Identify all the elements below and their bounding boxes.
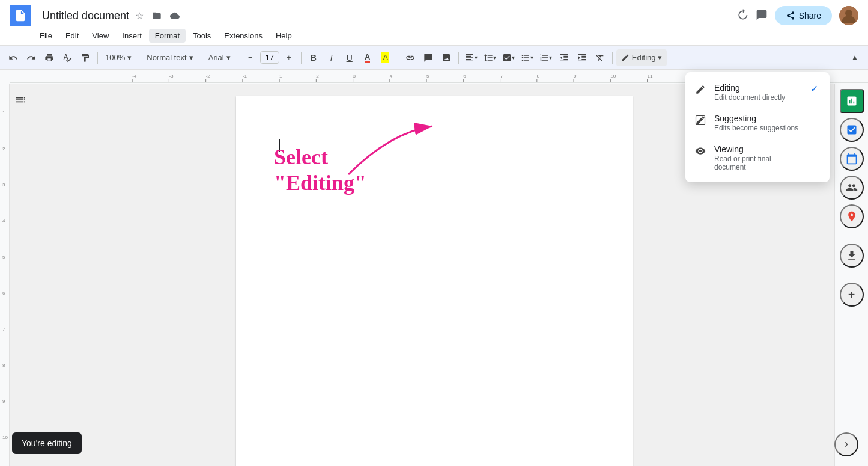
maps-icon[interactable] xyxy=(840,204,864,228)
menu-tools[interactable]: Tools xyxy=(187,29,217,43)
suggesting-mode-subtitle: Edits become suggestions xyxy=(714,124,801,132)
doc-icon xyxy=(10,5,31,26)
share-button[interactable]: Share xyxy=(775,6,832,25)
document-page[interactable] xyxy=(236,96,633,466)
spell-check-button[interactable] xyxy=(59,49,76,66)
editing-mode-icon xyxy=(695,84,707,96)
toolbar-collapse-button[interactable]: ▲ xyxy=(846,49,863,66)
menu-view[interactable]: View xyxy=(86,29,115,43)
history-icon[interactable] xyxy=(736,9,748,23)
line-spacing-button[interactable]: ▾ xyxy=(481,49,499,66)
separator-8 xyxy=(612,52,613,64)
svg-text:5: 5 xyxy=(2,254,5,260)
indent-increase-button[interactable] xyxy=(574,49,590,66)
comment-icon[interactable] xyxy=(756,9,768,23)
svg-rect-34 xyxy=(0,84,10,445)
paint-format-button[interactable] xyxy=(77,49,94,66)
mode-item-suggesting[interactable]: Suggesting Edits become suggestions ✓ xyxy=(685,108,830,138)
align-button[interactable]: ▾ xyxy=(463,49,480,66)
import-icon[interactable] xyxy=(840,244,864,268)
print-button[interactable] xyxy=(41,49,58,66)
menu-insert[interactable]: Insert xyxy=(116,29,148,43)
menu-extensions[interactable]: Extensions xyxy=(218,29,269,43)
status-bar: You're editing xyxy=(12,432,82,454)
zoom-dropdown[interactable]: 100% ▾ xyxy=(102,49,135,66)
right-sidebar-bottom xyxy=(834,432,858,456)
editing-mode-content: Editing Edit document directly xyxy=(714,83,801,102)
outline-button[interactable] xyxy=(14,94,26,108)
svg-text:4: 4 xyxy=(390,73,393,79)
cloud-icon[interactable] xyxy=(168,8,182,23)
share-label: Share xyxy=(799,11,821,20)
italic-button[interactable]: I xyxy=(323,49,340,66)
bullet-list-button[interactable]: ▾ xyxy=(518,49,536,66)
vertical-ruler: 1 2 3 4 5 6 7 8 9 10 xyxy=(0,84,10,466)
svg-text:5: 5 xyxy=(426,73,429,79)
outline-panel xyxy=(10,84,34,466)
svg-text:3: 3 xyxy=(353,73,356,79)
font-size-decrease[interactable]: − xyxy=(242,49,259,66)
suggesting-mode-icon xyxy=(695,115,707,127)
link-button[interactable] xyxy=(402,49,419,66)
numbered-list-button[interactable]: ▾ xyxy=(537,49,554,66)
editing-mode-subtitle: Edit document directly xyxy=(714,93,801,102)
svg-text:2: 2 xyxy=(2,146,5,152)
editing-mode-button[interactable]: Editing ▾ xyxy=(616,49,667,66)
svg-text:-4: -4 xyxy=(132,73,137,79)
separator-7 xyxy=(458,52,459,64)
status-text: You're editing xyxy=(22,438,72,448)
underline-button[interactable]: U xyxy=(341,49,358,66)
redo-button[interactable] xyxy=(23,49,40,66)
clear-format-button[interactable] xyxy=(592,49,609,66)
folder-icon[interactable] xyxy=(150,8,164,23)
tasks-icon[interactable] xyxy=(840,118,864,142)
right-sidebar: + xyxy=(834,84,868,466)
bold-button[interactable]: B xyxy=(305,49,322,66)
svg-text:-2: -2 xyxy=(206,73,211,79)
font-dropdown[interactable]: Arial ▾ xyxy=(205,49,234,66)
toolbar-right: ▲ xyxy=(846,49,863,66)
svg-text:6: 6 xyxy=(463,73,466,79)
sheets-icon[interactable] xyxy=(840,89,864,113)
svg-text:10: 10 xyxy=(2,435,8,440)
svg-text:8: 8 xyxy=(537,73,540,79)
right-sidebar-separator-2 xyxy=(842,275,861,275)
comment-add-button[interactable] xyxy=(420,49,437,66)
text-color-button[interactable]: A xyxy=(359,49,376,66)
svg-text:-1: -1 xyxy=(243,73,247,79)
right-sidebar-separator xyxy=(842,236,861,236)
svg-text:8: 8 xyxy=(2,363,5,368)
font-size-display[interactable]: 17 xyxy=(260,51,279,64)
avatar xyxy=(839,6,858,25)
svg-text:6: 6 xyxy=(2,290,5,296)
separator-4 xyxy=(238,52,238,64)
checklist-button[interactable]: ▾ xyxy=(500,49,517,66)
indent-decrease-button[interactable] xyxy=(556,49,572,66)
font-size-increase[interactable]: + xyxy=(281,49,297,66)
image-button[interactable] xyxy=(438,49,455,66)
svg-text:3: 3 xyxy=(2,182,5,188)
highlight-button[interactable]: A xyxy=(377,49,394,66)
separator-2 xyxy=(139,52,139,64)
doc-title[interactable]: Untitled document xyxy=(42,10,129,22)
paragraph-style-dropdown[interactable]: Normal text ▾ xyxy=(143,49,196,66)
menu-edit[interactable]: Edit xyxy=(59,29,85,43)
add-icon[interactable]: + xyxy=(840,283,864,307)
calendar-icon[interactable] xyxy=(840,147,864,171)
main-area: 1 2 3 4 5 6 7 8 9 10 Select xyxy=(0,84,868,466)
mode-item-viewing[interactable]: Viewing Read or print final document ✓ xyxy=(685,138,830,177)
toolbar: 100% ▾ Normal text ▾ Arial ▾ − 17 + B I … xyxy=(0,46,868,70)
expand-right-icon[interactable] xyxy=(834,432,858,456)
mode-item-editing[interactable]: Editing Edit document directly ✓ xyxy=(685,77,830,108)
menu-file[interactable]: File xyxy=(34,29,58,43)
separator-5 xyxy=(301,52,302,64)
star-icon[interactable]: ☆ xyxy=(133,8,146,24)
people-icon[interactable] xyxy=(840,176,864,200)
menu-bar: File Edit View Insert Format Tools Exten… xyxy=(0,29,868,45)
text-cursor xyxy=(279,139,280,152)
svg-text:1: 1 xyxy=(279,73,282,79)
menu-format[interactable]: Format xyxy=(149,29,186,43)
editing-mode-title: Editing xyxy=(714,83,801,93)
undo-button[interactable] xyxy=(5,49,22,66)
menu-help[interactable]: Help xyxy=(270,29,298,43)
